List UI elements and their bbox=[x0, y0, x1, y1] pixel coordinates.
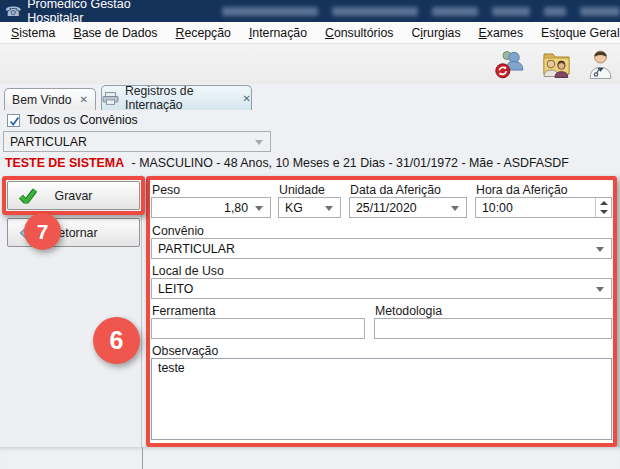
menu-consultorios[interactable]: Consultórios bbox=[316, 23, 402, 43]
app-window: ☎ Promedico Gestão Hospitalar Sistema Ba… bbox=[0, 0, 620, 469]
menu-bar: Sistema Base de Dados Recepção Internaçã… bbox=[0, 22, 620, 44]
todos-os-convenios-label: Todos os Convênios bbox=[27, 113, 138, 127]
redacted-block bbox=[332, 7, 418, 16]
hora-afericao-value: 10:00 bbox=[482, 201, 513, 215]
redacted-block bbox=[492, 7, 530, 16]
checkmark-icon bbox=[9, 116, 20, 127]
menu-base-de-dados[interactable]: Base de Dados bbox=[64, 23, 166, 43]
tab-close-icon[interactable]: ✕ bbox=[80, 94, 88, 105]
tab-label: Registros de Internação bbox=[125, 84, 235, 112]
local-de-uso-label: Local de Uso bbox=[152, 264, 224, 278]
tab-close-icon[interactable]: ✕ bbox=[243, 93, 251, 104]
toolbar bbox=[0, 45, 620, 84]
convenio-label: Convênio bbox=[152, 224, 204, 238]
panel-divider bbox=[142, 447, 143, 469]
redacted-block bbox=[580, 7, 620, 16]
local-de-uso-combobox[interactable]: LEITO bbox=[151, 278, 612, 299]
tab-label: Bem Vindo bbox=[12, 93, 71, 107]
annotation-step-7: 7 bbox=[24, 213, 61, 250]
chevron-down-icon bbox=[596, 247, 604, 252]
menu-recepcao[interactable]: Recepção bbox=[167, 23, 240, 43]
chevron-down-icon bbox=[451, 206, 459, 211]
redacted-block bbox=[222, 7, 318, 16]
metodologia-input[interactable] bbox=[374, 318, 612, 339]
todos-os-convenios-checkbox[interactable] bbox=[7, 114, 20, 127]
todos-os-convenios-row: Todos os Convênios bbox=[7, 113, 138, 127]
patient-details: - MASCULINO - 48 Anos, 10 Meses e 21 Dia… bbox=[132, 156, 569, 170]
peso-value: 1,80 bbox=[224, 201, 248, 215]
data-afericao-datepicker[interactable]: 25/11/2020 bbox=[349, 197, 467, 218]
annotation-step-6-number: 6 bbox=[110, 326, 124, 355]
data-afericao-label: Data da Aferição bbox=[350, 183, 441, 197]
redacted-block bbox=[432, 7, 478, 16]
menu-exames[interactable]: Exames bbox=[470, 23, 532, 43]
peso-label: Peso bbox=[152, 183, 180, 197]
menu-cirurgias[interactable]: Cirurgias bbox=[402, 23, 469, 43]
data-afericao-value: 25/11/2020 bbox=[356, 201, 417, 215]
ferramenta-label: Ferramenta bbox=[152, 304, 216, 318]
tab-registros-de-internacao[interactable]: Registros de Internação ✕ bbox=[101, 85, 252, 110]
spin-up-icon[interactable] bbox=[596, 198, 611, 208]
hora-afericao-label: Hora da Aferição bbox=[476, 183, 568, 197]
hora-afericao-spinner[interactable]: 10:00 bbox=[475, 197, 612, 218]
unidade-combobox[interactable]: KG bbox=[278, 197, 341, 218]
gravar-label: Gravar bbox=[55, 189, 93, 203]
green-check-icon bbox=[19, 188, 37, 203]
convenio-filter-combobox[interactable]: PARTICULAR bbox=[3, 131, 271, 152]
redacted-block bbox=[544, 7, 566, 16]
menu-sistema[interactable]: Sistema bbox=[2, 23, 64, 43]
spinner-buttons bbox=[595, 198, 611, 217]
menu-internacao[interactable]: Internação bbox=[240, 23, 316, 43]
menu-estoque-geral[interactable]: Estoque Geral bbox=[532, 23, 620, 43]
action-panel bbox=[3, 175, 142, 447]
chevron-down-icon bbox=[325, 206, 333, 211]
doctor-icon[interactable] bbox=[587, 49, 614, 79]
toolbar-icons bbox=[495, 49, 614, 79]
gravar-button[interactable]: Gravar bbox=[7, 181, 140, 210]
chevron-down-icon bbox=[255, 140, 263, 145]
chevron-down-icon bbox=[255, 206, 263, 211]
tab-bar: Bem Vindo ✕ Registros de Internação ✕ bbox=[0, 84, 620, 110]
convenio-filter-value: PARTICULAR bbox=[10, 135, 87, 149]
sync-user-icon[interactable] bbox=[495, 49, 525, 79]
bottom-strip bbox=[0, 447, 620, 469]
tab-bem-vindo[interactable]: Bem Vindo ✕ bbox=[4, 88, 96, 110]
unidade-value: KG bbox=[285, 201, 303, 215]
spin-down-icon[interactable] bbox=[596, 208, 611, 218]
title-bar: ☎ Promedico Gestão Hospitalar bbox=[0, 0, 620, 22]
peso-combobox[interactable]: 1,80 bbox=[151, 197, 271, 218]
annotation-step-7-number: 7 bbox=[37, 220, 49, 244]
ferramenta-input[interactable] bbox=[151, 318, 365, 339]
local-de-uso-value: LEITO bbox=[158, 282, 193, 296]
app-phone-icon: ☎ bbox=[5, 5, 21, 18]
observacao-textarea[interactable]: teste bbox=[151, 358, 612, 440]
observacao-label: Observação bbox=[152, 344, 218, 358]
redacted-info bbox=[222, 7, 620, 16]
metodologia-label: Metodologia bbox=[375, 304, 442, 318]
patient-info-line: TESTE DE SISTEMA - MASCULINO - 48 Anos, … bbox=[5, 156, 569, 170]
printer-icon bbox=[102, 92, 119, 105]
unidade-label: Unidade bbox=[279, 183, 325, 197]
patient-name: TESTE DE SISTEMA bbox=[5, 156, 124, 170]
patients-folder-icon[interactable] bbox=[539, 49, 573, 79]
convenio-value: PARTICULAR bbox=[158, 242, 235, 256]
chevron-down-icon bbox=[596, 287, 604, 292]
convenio-combobox[interactable]: PARTICULAR bbox=[151, 238, 612, 259]
annotation-step-6: 6 bbox=[93, 317, 140, 364]
